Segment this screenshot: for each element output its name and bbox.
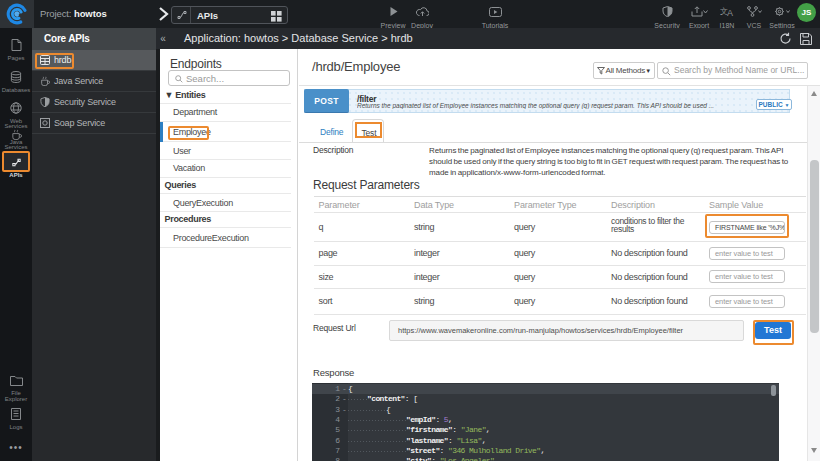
svg-text:A: A [727,8,733,17]
